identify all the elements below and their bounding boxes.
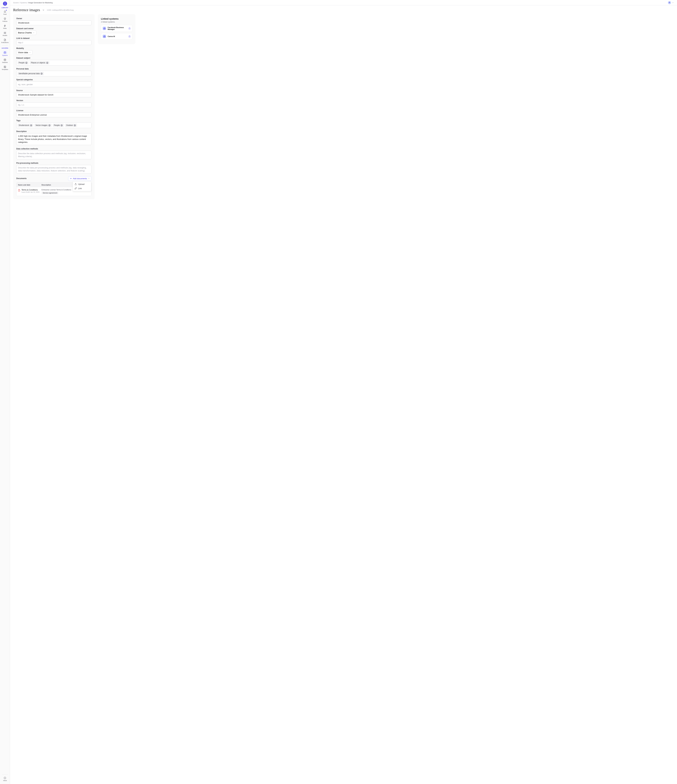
tags-tag-input[interactable]: Shutterstock✕ Vector images✕ People✕ Out… (16, 123, 92, 128)
collection-textarea[interactable] (16, 151, 92, 159)
license-input[interactable] (16, 112, 92, 117)
bookmark-icon[interactable] (129, 36, 130, 37)
doc-badge: Service agreement (42, 191, 59, 194)
nav-section-library: LIBRARY (2, 7, 8, 8)
nav-item-systems[interactable]: Systems (0, 50, 10, 57)
personal-label: Personal data (16, 68, 92, 70)
notification-dot (6, 10, 7, 11)
card-owner-label: Dataset card owner (16, 28, 92, 30)
svg-rect-10 (104, 36, 105, 37)
remove-tag-icon[interactable]: ✕ (46, 62, 48, 64)
chevron-down-icon (29, 51, 31, 53)
version-input[interactable] (16, 103, 92, 107)
card-owner-select[interactable]: Bianca Charles (16, 30, 36, 35)
svg-rect-6 (4, 66, 6, 68)
modality-select[interactable]: Vision data (16, 50, 33, 55)
page-title: Reference images (13, 8, 40, 12)
source-input[interactable] (16, 92, 92, 97)
app-logo[interactable] (3, 2, 7, 6)
remove-tag-icon[interactable]: ✕ (30, 124, 32, 126)
owner-label: Owner (16, 17, 92, 20)
add-documents-button[interactable]: Add documents Upload Link (68, 176, 92, 181)
shield-check-icon (4, 17, 6, 20)
nav-item-evaluations[interactable]: Evaluations (0, 37, 10, 44)
dropdown-upload[interactable]: Upload (73, 182, 90, 186)
linked-systems-panel: Linked systems 2 linked systems Facebook… (98, 14, 135, 44)
owner-input[interactable] (16, 20, 92, 25)
nav-item-feed[interactable]: Feed (0, 9, 10, 16)
chevron-down-icon (672, 2, 674, 4)
nav-item-templates[interactable]: Templates (0, 64, 10, 72)
tag-people: People✕ (53, 124, 64, 127)
briefcase-icon (102, 26, 106, 30)
breadcrumb-systems[interactable]: Systems (20, 2, 27, 4)
link-icon (75, 187, 77, 190)
template-icon (4, 65, 6, 68)
database-icon (4, 58, 6, 61)
collection-label: Data collection methods (16, 148, 92, 150)
remove-tag-icon[interactable]: ✕ (40, 73, 43, 75)
preprocess-label: Pre-processing methods (16, 162, 92, 164)
breadcrumb: Govern / Systems / Image Generation for … (13, 2, 53, 4)
remove-tag-icon[interactable]: ✕ (48, 124, 50, 126)
doc-name: Terms & Conditions (22, 189, 39, 191)
briefcase-icon (4, 51, 6, 54)
dropdown-link[interactable]: Link (73, 186, 90, 190)
nav-item-models[interactable]: Models (0, 30, 10, 37)
breadcrumb-govern[interactable]: Govern (13, 2, 19, 4)
remove-tag-icon[interactable]: ✕ (25, 62, 28, 64)
svg-rect-9 (104, 28, 105, 29)
remove-tag-icon[interactable]: ✕ (74, 124, 76, 126)
sidebar: LIBRARY Feed Policies Risks (0, 0, 10, 784)
remove-tag-icon[interactable]: ✕ (61, 124, 63, 126)
personal-tag-input[interactable]: Identifiable personal data✕ (16, 71, 92, 76)
nav-item-datasets[interactable]: Datasets (0, 57, 10, 64)
preprocess-textarea[interactable] (16, 165, 92, 174)
col-name-date: Name and date (18, 184, 42, 186)
add-documents-dropdown: Upload Link (73, 181, 92, 191)
tag-vector-images: Vector images✕ (34, 124, 52, 127)
user-menu[interactable]: K (668, 1, 674, 4)
file-check-icon (4, 39, 6, 41)
svg-point-2 (4, 33, 5, 34)
title-chevron-icon[interactable] (42, 9, 45, 11)
svg-rect-4 (4, 52, 6, 53)
special-tag-input[interactable]: eg. race, gender (16, 81, 92, 87)
svg-point-3 (6, 33, 6, 34)
chevron-up-icon (88, 177, 90, 179)
topbar: Govern / Systems / Image Generation for … (10, 0, 677, 5)
modality-label: Modality (16, 47, 92, 50)
documents-heading: Documents (16, 177, 26, 179)
svg-point-1 (6, 32, 6, 33)
description-label: Description (16, 130, 92, 132)
linked-item-canva[interactable]: Canva AI (101, 33, 132, 40)
nav-section-govern: GOVERN (2, 47, 8, 49)
plus-icon (70, 177, 72, 179)
source-label: Source (16, 89, 92, 92)
tag-identifiable: Identifiable personal data✕ (17, 72, 44, 75)
special-label: Special categories (16, 79, 92, 81)
tags-label: Tags (16, 120, 92, 122)
tag-shutterstock: Shutterstock✕ (17, 124, 33, 127)
breadcrumb-current: Image Generation for Marketing (28, 2, 53, 4)
description-textarea[interactable] (16, 133, 92, 145)
upload-icon (75, 183, 77, 185)
linked-systems-title: Linked systems (101, 17, 132, 20)
chevron-down-icon (33, 32, 35, 34)
info-icon (4, 776, 6, 779)
subject-tag-input[interactable]: People✕ Places or objects✕ (16, 60, 92, 65)
link-label: Link to dataset (16, 37, 92, 39)
nodes-icon (4, 31, 6, 34)
nav-item-policies[interactable]: Policies (0, 16, 10, 23)
svg-point-0 (4, 32, 5, 33)
lightning-icon (4, 24, 6, 27)
avatar: K (668, 1, 671, 4)
linked-item-facebook[interactable]: Facebook Business Manager (101, 25, 132, 32)
svg-point-5 (4, 59, 6, 59)
nav-item-about[interactable]: About (0, 775, 10, 782)
link-input (16, 40, 92, 45)
linked-systems-count: 2 linked systems (101, 21, 132, 23)
nav-item-risks[interactable]: Risks (0, 23, 10, 30)
bookmark-icon[interactable] (129, 28, 130, 30)
license-label: License (16, 109, 92, 112)
